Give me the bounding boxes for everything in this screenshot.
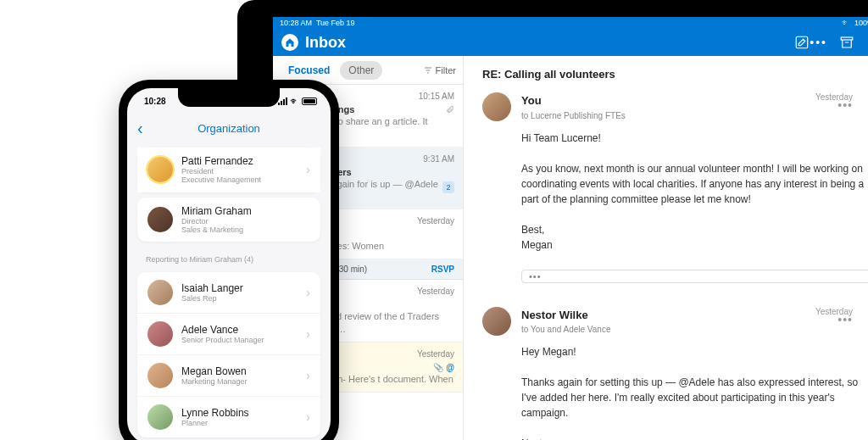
person-row[interactable]: Miriam GrahamDirector Sales & Marketing — [137, 198, 320, 242]
avatar — [147, 157, 173, 182]
person-row[interactable]: Isaiah LangerSales Rep › — [137, 272, 320, 314]
archive-icon[interactable] — [839, 35, 854, 50]
rsvp-button[interactable]: RSVP — [431, 265, 454, 274]
tablet-screen: 10:28 AM Tue Feb 19 ᯤ100%▮ Inbox ••• Foc… — [273, 17, 868, 440]
phone-device: 10:28 ᯤ ‹ Organization Patti FernandezPr… — [119, 80, 339, 440]
tab-focused[interactable]: Focused — [280, 61, 338, 80]
chevron-right-icon: › — [306, 163, 310, 176]
signal-icon — [278, 97, 287, 105]
page-title: Organization — [198, 122, 260, 135]
app-header: Inbox ••• — [273, 29, 868, 56]
featured-card: Patti FernandezPresident Executive Manag… — [137, 148, 320, 192]
tablet-status-bar: 10:28 AM Tue Feb 19 ᯤ100%▮ — [273, 17, 868, 29]
chevron-right-icon: › — [306, 410, 310, 424]
expand-thread-button[interactable]: ••• — [521, 270, 868, 283]
avatar — [482, 307, 511, 336]
filter-button[interactable]: Filter — [423, 65, 456, 75]
avatar — [147, 321, 173, 347]
person-row[interactable]: Lynne RobbinsPlanner › — [137, 397, 320, 437]
home-icon[interactable] — [281, 34, 298, 51]
status-time: 10:28 AM — [280, 19, 312, 27]
battery-icon — [302, 97, 317, 105]
email-to: to You and Adele Vance — [521, 323, 868, 336]
email-more-icon[interactable]: ••• — [815, 316, 853, 323]
mention-icon: @ — [446, 363, 454, 372]
chevron-right-icon: › — [306, 369, 310, 382]
email-message[interactable]: Yesterday ••• You to Lucerne Publishing … — [482, 92, 868, 268]
section-label: Reporting to Miriam Graham (4) — [127, 247, 331, 267]
reading-pane: RE: Calling all volunteers Yesterday •••… — [464, 56, 868, 440]
filter-icon — [423, 65, 433, 75]
person-row[interactable]: Megan BowenMarketing Manager › — [137, 355, 320, 397]
person-row[interactable]: Patti FernandezPresident Executive Manag… — [137, 148, 320, 192]
avatar — [147, 363, 173, 388]
wifi-icon: ᯤ — [842, 19, 849, 27]
compose-icon[interactable] — [794, 35, 810, 50]
tab-other[interactable]: Other — [340, 61, 382, 80]
attachment-icon — [446, 105, 454, 114]
email-body: Hi Team Lucerne! As you know, next month… — [521, 131, 868, 253]
email-more-icon[interactable]: ••• — [815, 102, 853, 109]
email-to: to Lucerne Publishing FTEs — [521, 109, 868, 122]
email-body: Hey Megan! Thanks again for setting this… — [521, 344, 868, 440]
wifi-icon: ᯤ — [290, 96, 299, 106]
avatar — [147, 280, 173, 305]
inbox-title: Inbox — [305, 34, 794, 52]
svg-rect-0 — [797, 36, 809, 48]
attachment-icon: 📎 — [433, 363, 443, 372]
more-icon[interactable]: ••• — [810, 36, 827, 49]
count-badge: 2 — [442, 181, 454, 193]
back-button[interactable]: ‹ — [137, 120, 143, 136]
chevron-right-icon: › — [306, 327, 310, 341]
email-message[interactable]: Yesterday ••• Nestor Wilke to You and Ad… — [482, 307, 868, 441]
manager-card: Miriam GrahamDirector Sales & Marketing — [137, 198, 320, 242]
status-time: 10:28 — [144, 97, 166, 106]
phone-nav-bar: ‹ Organization — [127, 114, 331, 142]
avatar — [147, 404, 173, 430]
battery-pct: 100% — [854, 19, 868, 27]
svg-rect-1 — [841, 37, 853, 40]
chevron-right-icon: › — [306, 286, 310, 299]
status-date: Tue Feb 19 — [316, 19, 355, 27]
phone-notch — [178, 88, 280, 107]
phone-screen: 10:28 ᯤ ‹ Organization Patti FernandezPr… — [127, 88, 331, 440]
person-row[interactable]: Adele VanceSenior Product Manager › — [137, 314, 320, 355]
reading-subject: RE: Calling all volunteers — [482, 68, 868, 81]
reports-card: Isaiah LangerSales Rep › Adele VanceSeni… — [137, 272, 320, 437]
avatar — [482, 92, 511, 121]
avatar — [147, 207, 173, 232]
